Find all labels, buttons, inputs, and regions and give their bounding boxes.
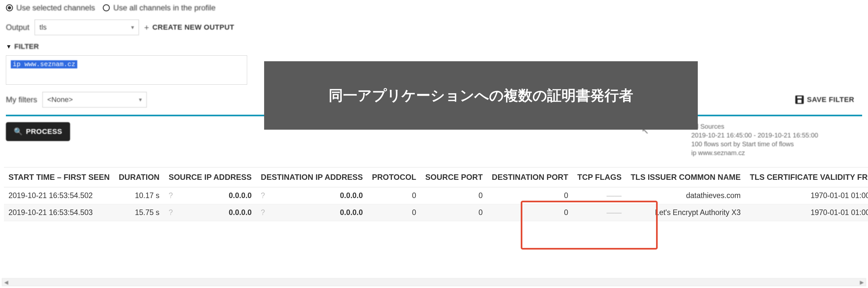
scroll-right-icon[interactable]: ▶ (858, 279, 866, 285)
cell-duration: 10.17 s (114, 187, 164, 204)
horizontal-scrollbar[interactable]: ◀ ▶ (2, 278, 866, 286)
annotation-banner: 同一アプリケーションへの複数の証明書発行者 (264, 61, 698, 130)
save-filter-button[interactable]: SAVE FILTER (795, 95, 854, 104)
scroll-left-icon[interactable]: ◀ (2, 279, 10, 285)
radio-unselected-icon (103, 4, 110, 11)
query-summary: All Sources 2019-10-21 16:45:00 - 2019-1… (691, 122, 854, 157)
col-dstport[interactable]: DESTINATION PORT (487, 167, 572, 187)
channel-selector: Use selected channels Use all channels i… (4, 3, 864, 12)
chevron-down-icon: ▾ (131, 24, 134, 31)
cell-proto: 0 (368, 187, 421, 204)
output-label: Output (6, 23, 29, 32)
results-table: START TIME – FIRST SEEN DURATION SOURCE … (4, 167, 864, 221)
col-srcport[interactable]: SOURCE PORT (421, 167, 487, 187)
col-srcip[interactable]: SOURCE IP ADDRESS (164, 167, 256, 187)
col-proto[interactable]: PROTOCOL (368, 167, 421, 187)
cell-dstport: 0 (487, 204, 572, 221)
summary-sort: 100 flows sort by Start time of flows (691, 140, 854, 149)
cell-issuer: Let's Encrypt Authority X3 (626, 204, 745, 221)
use-selected-channels[interactable]: Use selected channels (6, 3, 95, 12)
plus-icon: + (144, 23, 149, 33)
cell-srcport: 0 (421, 187, 487, 204)
cell-validfrom: 1970-01-01 01:00:00 (745, 204, 868, 221)
cell-dstip: 0.0.0.0 (289, 187, 368, 204)
cell-start: 2019-10-21 16:53:54.503 (4, 204, 114, 221)
cell-tcpflags: —— (573, 187, 626, 204)
use-all-channels[interactable]: Use all channels in the profile (103, 3, 216, 12)
cell-start: 2019-10-21 16:53:54.502 (4, 187, 114, 204)
cell-issuer: datathieves.com (626, 187, 745, 204)
cell-srcip: 0.0.0.0 (191, 204, 256, 221)
radio-selected-icon (6, 4, 13, 11)
table-header-row: START TIME – FIRST SEEN DURATION SOURCE … (4, 167, 868, 187)
cell-validfrom: 1970-01-01 01:00:00 (745, 187, 868, 204)
output-row: Output tls ▾ + CREATE NEW OUTPUT (4, 20, 864, 35)
radio-label: Use all channels in the profile (113, 3, 216, 12)
myfilters-select[interactable]: <None> ▾ (42, 92, 147, 107)
cell-duration: 15.75 s (114, 204, 164, 221)
filter-input[interactable]: ip www.seznam.cz (6, 55, 247, 85)
myfilters-value: <None> (47, 95, 73, 104)
filter-label: FILTER (14, 42, 39, 51)
caret-down-icon: ▼ (6, 43, 12, 50)
create-output-button[interactable]: + CREATE NEW OUTPUT (144, 23, 235, 33)
cell-tcpflags: —— (573, 204, 626, 221)
col-validfrom[interactable]: TLS CERTIFICATE VALIDITY FROM (745, 167, 868, 187)
table-row[interactable]: 2019-10-21 16:53:54.502 10.17 s ? 0.0.0.… (4, 187, 868, 204)
cell-proto: 0 (368, 204, 421, 221)
search-icon: 🔍 (14, 127, 23, 136)
process-button[interactable]: 🔍 PROCESS (6, 122, 70, 141)
cell-dstip-prefix: ? (256, 204, 289, 221)
cell-dstip-prefix: ? (256, 187, 289, 204)
myfilters-label: My filters (6, 95, 37, 104)
col-duration[interactable]: DURATION (114, 167, 164, 187)
summary-sources: All Sources (691, 122, 854, 131)
col-start[interactable]: START TIME – FIRST SEEN (4, 167, 114, 187)
table-row[interactable]: 2019-10-21 16:53:54.503 15.75 s ? 0.0.0.… (4, 204, 868, 221)
create-output-label: CREATE NEW OUTPUT (152, 23, 234, 32)
cell-dstip: 0.0.0.0 (289, 204, 368, 221)
cell-srcip-prefix: ? (164, 204, 191, 221)
cell-srcip: 0.0.0.0 (191, 187, 256, 204)
chevron-down-icon: ▾ (139, 96, 142, 103)
col-tcpflags[interactable]: TCP FLAGS (573, 167, 626, 187)
cell-dstport: 0 (487, 187, 572, 204)
summary-timerange: 2019-10-21 16:45:00 - 2019-10-21 16:55:0… (691, 131, 854, 140)
cell-srcport: 0 (421, 204, 487, 221)
output-select[interactable]: tls ▾ (35, 20, 139, 35)
output-value: tls (39, 23, 46, 32)
banner-text: 同一アプリケーションへの複数の証明書発行者 (329, 86, 633, 105)
radio-label: Use selected channels (16, 3, 95, 12)
save-filter-label: SAVE FILTER (807, 95, 854, 104)
col-issuer[interactable]: TLS ISSUER COMMON NAME (626, 167, 745, 187)
filter-value: ip www.seznam.cz (11, 60, 77, 68)
col-dstip[interactable]: DESTINATION IP ADDRESS (256, 167, 368, 187)
save-icon (795, 95, 804, 104)
summary-filter: ip www.seznam.cz (691, 149, 854, 157)
filter-header[interactable]: ▼ FILTER (4, 42, 864, 51)
process-label: PROCESS (26, 127, 62, 136)
cell-srcip-prefix: ? (164, 187, 191, 204)
